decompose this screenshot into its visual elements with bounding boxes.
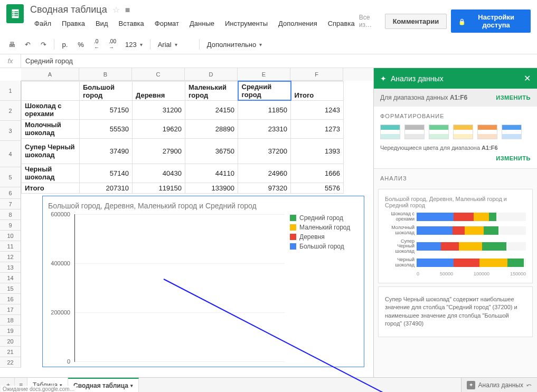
menu-Вид[interactable]: Вид	[91, 17, 112, 30]
chart-title: Большой город, Деревня, Маленький город …	[48, 202, 359, 210]
col-header[interactable]: E	[238, 68, 290, 81]
comments-button[interactable]: Комментарии	[385, 14, 447, 29]
folder-icon[interactable]: ■	[125, 5, 130, 15]
col-header[interactable]: F	[290, 68, 343, 81]
insight-text: Супер Черный шоколад" содержит наибольше…	[385, 293, 526, 330]
alt-colors-text: Чередующиеся цвета для диапазона A1:F6	[380, 145, 531, 151]
font-dropdown[interactable]: Arial	[154, 39, 196, 51]
menu-Формат[interactable]: Формат	[150, 17, 183, 30]
explore-launch-button[interactable]: ✦ Анализ данных ⤺	[461, 377, 537, 392]
decrease-decimal-button[interactable]: .0←	[89, 37, 104, 52]
app-header: Сводная таблица ☆ ■ ФайлПравкаВидВставка…	[0, 0, 537, 33]
menubar: ФайлПравкаВидВставкаФорматДанныеИнструме…	[30, 17, 359, 30]
embedded-chart[interactable]: Большой город, Деревня, Маленький город …	[42, 196, 364, 367]
number-format-dropdown[interactable]: 123	[121, 39, 147, 51]
increase-decimal-button[interactable]: .00→	[105, 37, 120, 52]
edit-format-button[interactable]: ИЗМЕНИТЬ	[496, 155, 531, 161]
undo-icon[interactable]: ↶	[20, 37, 35, 52]
star-icon[interactable]: ☆	[112, 5, 120, 15]
menu-Правка[interactable]: Правка	[58, 17, 89, 30]
changes-text[interactable]: Все из…	[359, 14, 381, 28]
toolbar: 🖶 ↶ ↷ р. % .0← .00→ 123 Arial Дополнител…	[0, 35, 537, 54]
swatch-1[interactable]	[380, 125, 400, 139]
analysis-title: АНАЛИЗ	[380, 175, 531, 181]
menu-Файл[interactable]: Файл	[30, 17, 55, 30]
pivot-table[interactable]: Большой городДеревняМаленький городСредн…	[21, 81, 344, 194]
more-dropdown[interactable]: Дополнительно	[203, 39, 267, 51]
analysis-chart-title: Большой город, Деревня, Маленький город …	[385, 196, 526, 208]
col-header[interactable]: A	[21, 68, 79, 81]
col-header[interactable]: B	[79, 68, 132, 81]
sheets-logo[interactable]	[6, 4, 24, 23]
chart-legend: Средний городМаленький городДеревняБольш…	[285, 214, 359, 362]
fx-icon[interactable]: fx	[0, 54, 21, 68]
doc-title[interactable]: Сводная таблица	[30, 4, 107, 15]
swatch-4[interactable]	[453, 125, 473, 139]
menu-Вставка[interactable]: Вставка	[114, 17, 148, 30]
explore-header: ✦ Анализ данных ✕	[374, 68, 537, 89]
menu-Дополнения[interactable]: Дополнения	[274, 17, 322, 30]
swatch-6[interactable]	[502, 125, 522, 139]
formula-bar: fx	[0, 54, 537, 68]
percent-button[interactable]: %	[73, 37, 88, 52]
tab-pivot[interactable]: Сводная таблица▾	[68, 378, 139, 392]
spreadsheet[interactable]: ABCDEF 123456789101112131415161718192021…	[0, 68, 373, 381]
explore-star-icon: ✦	[467, 381, 475, 389]
swatch-5[interactable]	[477, 125, 497, 139]
edit-range-button[interactable]: ИЗМЕНИТЬ	[496, 94, 531, 101]
menu-Справка[interactable]: Справка	[324, 17, 359, 30]
swatch-2[interactable]	[404, 125, 425, 139]
explore-star-icon: ✦	[380, 74, 387, 83]
currency-button[interactable]: р.	[58, 37, 72, 52]
menu-Данные[interactable]: Данные	[185, 17, 219, 30]
lock-icon	[458, 17, 466, 25]
redo-icon[interactable]: ↷	[36, 37, 51, 52]
col-header[interactable]: C	[132, 68, 185, 81]
explore-title: Анализ данных	[391, 74, 444, 83]
explore-panel: ✦ Анализ данных ✕ Для диапазона данных A…	[373, 68, 537, 381]
swatch-3[interactable]	[429, 125, 449, 139]
col-header[interactable]: D	[185, 68, 238, 81]
sheet-tabs: + ≡ Таблица▾ Сводная таблица▾	[0, 377, 537, 392]
menu-Инструменты[interactable]: Инструменты	[221, 17, 272, 30]
share-button[interactable]: Настройки доступа	[451, 9, 531, 33]
formatting-title: ФОРМАТИРОВАНИЕ	[380, 113, 531, 119]
print-icon[interactable]: 🖶	[4, 37, 19, 52]
status-bar: Ожидание docs.google.com…	[1, 386, 77, 392]
analysis-chart[interactable]: Шоколад с орехамиМолочный шоколадСупер Ч…	[385, 212, 526, 268]
close-icon[interactable]: ✕	[524, 73, 531, 83]
format-swatches	[380, 125, 531, 139]
formula-input[interactable]	[21, 57, 537, 65]
